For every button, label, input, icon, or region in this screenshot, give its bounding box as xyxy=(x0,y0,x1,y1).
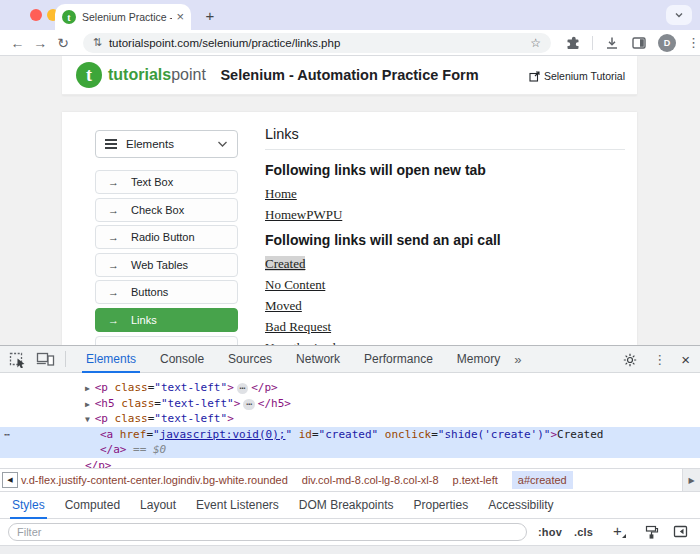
tab-close-icon[interactable]: × xyxy=(176,11,184,23)
code-token-str: " xyxy=(153,428,160,441)
brand-bold: tutorials xyxy=(108,66,171,83)
sidebar-item-buttons[interactable]: →Buttons xyxy=(95,280,238,304)
extensions-icon[interactable] xyxy=(565,35,581,51)
rendering-emulations-icon[interactable] xyxy=(644,525,659,539)
arrow-right-icon: → xyxy=(108,176,119,188)
dom-tree-row[interactable]: ▶ <p class="text-left">⋯</p> xyxy=(0,380,700,396)
panel-tab-layout[interactable]: Layout xyxy=(130,492,186,519)
page-link-created[interactable]: Created xyxy=(265,256,305,271)
devtools-tab-sources[interactable]: Sources xyxy=(216,346,284,373)
code-token-tag: <h5 xyxy=(95,397,115,410)
styles-filter-row: :hov .cls + xyxy=(0,519,700,545)
sidebar-item-text-box[interactable]: →Text Box xyxy=(95,170,238,194)
sidebar-item-radio-button[interactable]: →Radio Button xyxy=(95,225,238,249)
link-row: Home xyxy=(265,184,625,199)
page-header: t tutorialspoint Selenium - Automation P… xyxy=(62,56,637,95)
practice-card: Elements →Text Box→Check Box→Radio Butto… xyxy=(62,112,637,345)
code-token-att: href xyxy=(113,428,146,441)
reload-icon[interactable]: ↻ xyxy=(52,35,75,51)
dom-tree-row[interactable]: ▶ <h5 class="text-left">⋯</h5> xyxy=(0,396,700,412)
code-token-att: class xyxy=(108,412,148,425)
breadcrumb: ◀ v.d-flex.justify-content-center.logind… xyxy=(0,468,700,492)
styles-filter-input[interactable] xyxy=(8,523,527,541)
dom-tree-row[interactable]: ⋯<a href="javascript:void(0);" id="creat… xyxy=(0,427,700,443)
breadcrumb-item-v-d-flex-justify-con[interactable]: v.d-flex.justify-content-center.logindiv… xyxy=(21,474,288,486)
browser-tab[interactable]: t Selenium Practice - Links × xyxy=(55,4,191,30)
row-options-icon[interactable]: ⋯ xyxy=(4,427,10,443)
code-token-tog: ▶ xyxy=(85,384,95,393)
more-tabs-icon[interactable]: » xyxy=(514,352,521,367)
panel-tab-event-listeners[interactable]: Event Listeners xyxy=(186,492,289,519)
inspect-element-icon[interactable] xyxy=(9,351,27,368)
new-tab-button[interactable]: + xyxy=(200,6,220,26)
page-link-moved[interactable]: Moved xyxy=(265,298,302,313)
sidebar-item-label: Check Box xyxy=(131,204,184,216)
browser-toolbar: ← → ↻ ⇅ tutorialspoint.com/selenium/prac… xyxy=(0,30,700,56)
device-toolbar-icon[interactable] xyxy=(36,351,55,367)
panel-tab-styles[interactable]: Styles xyxy=(2,492,55,519)
site-info-icon[interactable]: ⇅ xyxy=(93,36,102,49)
brand-text[interactable]: tutorialspoint xyxy=(108,66,206,84)
devtools-close-icon[interactable]: × xyxy=(681,352,690,367)
brand-light: point xyxy=(171,66,206,83)
breadcrumb-item-p-text-left[interactable]: p.text-left xyxy=(453,474,498,486)
devtools-tab-console[interactable]: Console xyxy=(148,346,216,373)
dom-tree-row[interactable]: </a> == $0 xyxy=(0,442,700,458)
dom-tree-row[interactable]: </p> xyxy=(0,458,700,469)
styles-pane-tabs: StylesComputedLayoutEvent ListenersDOM B… xyxy=(0,492,700,519)
tab-search-button[interactable] xyxy=(666,5,692,25)
page-link-home[interactable]: Home xyxy=(265,186,297,201)
code-token-tag: </h5> xyxy=(258,397,291,410)
devtools-tab-performance[interactable]: Performance xyxy=(352,346,445,373)
devtools-tab-network[interactable]: Network xyxy=(284,346,352,373)
breadcrumb-scroll-right-icon[interactable]: ▶ xyxy=(682,469,700,491)
devtools-tab-memory[interactable]: Memory xyxy=(445,346,512,373)
heading-divider xyxy=(265,149,625,150)
sidebar-header-label: Elements xyxy=(126,138,217,150)
sidebar-item-links[interactable]: →Links xyxy=(95,308,238,332)
forward-icon[interactable]: → xyxy=(29,35,52,51)
toggle-class-button[interactable]: .cls xyxy=(574,526,593,538)
bookmark-star-icon[interactable]: ☆ xyxy=(530,36,541,50)
browser-menu-icon[interactable]: ⋮ xyxy=(687,35,700,50)
sidebar-header[interactable]: Elements xyxy=(95,130,238,158)
panel-tab-accessibility[interactable]: Accessibility xyxy=(478,492,563,519)
breadcrumb-item-div-col-md-8-col-lg[interactable]: div.col-md-8.col-lg-8.col-xl-8 xyxy=(302,474,439,486)
code-token-eq: = xyxy=(312,428,319,441)
code-token-tag: > xyxy=(234,397,241,410)
toggle-element-state-button[interactable]: :hov xyxy=(538,526,562,538)
code-token-meta: == $0 xyxy=(127,443,167,456)
sidebar-item-web-tables[interactable]: →Web Tables xyxy=(95,253,238,277)
breadcrumb-scroll-left-icon[interactable]: ◀ xyxy=(2,472,18,488)
code-token-str: "text-left" xyxy=(154,381,227,394)
menu-icon xyxy=(105,139,117,149)
panel-tab-dom-breakpoints[interactable]: DOM Breakpoints xyxy=(289,492,404,519)
link-row: HomewPWPU xyxy=(265,205,625,220)
web-page: t tutorialspoint Selenium - Automation P… xyxy=(0,56,700,345)
panel-tab-properties[interactable]: Properties xyxy=(404,492,479,519)
selenium-tutorial-link[interactable]: Selenium Tutorial xyxy=(529,70,625,82)
devtools-menu-icon[interactable]: ⋮ xyxy=(653,352,666,367)
page-link-no-content[interactable]: No Content xyxy=(265,277,325,292)
settings-gear-icon[interactable] xyxy=(622,352,638,368)
panel-tab-computed[interactable]: Computed xyxy=(55,492,130,519)
address-bar[interactable]: ⇅ tutorialspoint.com/selenium/practice/l… xyxy=(83,33,551,53)
download-icon[interactable] xyxy=(604,35,620,51)
side-panel-icon[interactable] xyxy=(631,35,647,51)
code-token-att: id xyxy=(292,428,312,441)
close-window-button[interactable] xyxy=(30,9,42,21)
profile-avatar[interactable]: D xyxy=(658,34,676,52)
computed-sidebar-toggle-icon[interactable] xyxy=(673,525,688,538)
new-style-rule-icon[interactable]: + xyxy=(613,523,622,539)
arrow-right-icon: → xyxy=(108,314,119,326)
devtools-toolbar: ElementsConsoleSourcesNetworkPerformance… xyxy=(0,346,700,373)
dom-tree-row[interactable]: ▼ <p class="text-left"> xyxy=(0,411,700,427)
sidebar-item-check-box[interactable]: →Check Box xyxy=(95,198,238,222)
page-link-homewpwpu[interactable]: HomewPWPU xyxy=(265,207,342,222)
devtools-tab-elements[interactable]: Elements xyxy=(74,346,148,373)
sidebar-item-label: Radio Button xyxy=(131,231,195,243)
tutorialspoint-logo[interactable]: t xyxy=(76,62,102,88)
page-link-bad-request[interactable]: Bad Request xyxy=(265,319,331,334)
breadcrumb-item-a-created[interactable]: a#created xyxy=(512,471,573,489)
back-icon[interactable]: ← xyxy=(6,35,29,51)
